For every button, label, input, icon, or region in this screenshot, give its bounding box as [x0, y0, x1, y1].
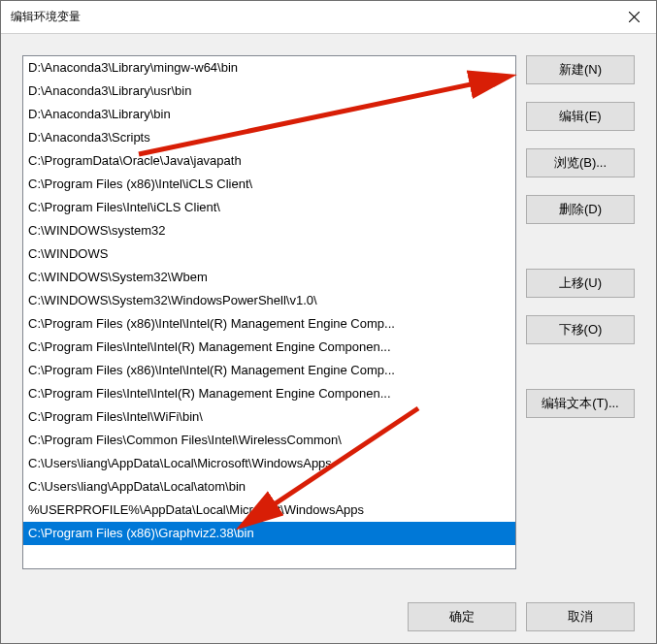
- footer: 确定 取消: [1, 591, 656, 643]
- move-up-button[interactable]: 上移(U): [526, 269, 635, 298]
- path-list-item[interactable]: C:\ProgramData\Oracle\Java\javapath: [23, 149, 515, 173]
- new-button[interactable]: 新建(N): [526, 55, 635, 84]
- path-list-item[interactable]: C:\Program Files (x86)\Intel\Intel(R) Ma…: [23, 312, 515, 336]
- dialog-window: 编辑环境变量 D:\Anaconda3\Library\mingw-w64\bi…: [0, 0, 657, 644]
- edit-text-button[interactable]: 编辑文本(T)...: [526, 389, 635, 418]
- path-listbox[interactable]: D:\Anaconda3\Library\mingw-w64\binD:\Ana…: [22, 55, 516, 569]
- path-list-item[interactable]: D:\Anaconda3\Library\mingw-w64\bin: [23, 56, 515, 80]
- cancel-button[interactable]: 取消: [526, 602, 635, 631]
- side-button-panel: 新建(N) 编辑(E) 浏览(B)... 删除(D) 上移(U) 下移(O) 编…: [526, 55, 635, 569]
- path-list-item[interactable]: %USERPROFILE%\AppData\Local\Microsoft\Wi…: [23, 499, 515, 522]
- path-list-item[interactable]: C:\WINDOWS\System32\Wbem: [23, 266, 515, 289]
- path-list-item[interactable]: C:\Program Files (x86)\Intel\iCLS Client…: [23, 173, 515, 196]
- path-list-item[interactable]: C:\WINDOWS\System32\WindowsPowerShell\v1…: [23, 289, 515, 312]
- path-list-item[interactable]: C:\Program Files (x86)\Graphviz2.38\bin: [23, 522, 515, 545]
- path-list-item[interactable]: C:\WINDOWS: [23, 242, 515, 266]
- window-title: 编辑环境变量: [11, 9, 81, 25]
- path-list-item[interactable]: D:\Anaconda3\Library\usr\bin: [23, 80, 515, 103]
- titlebar: 编辑环境变量: [1, 1, 656, 34]
- path-list-item[interactable]: D:\Anaconda3\Library\bin: [23, 103, 515, 126]
- path-list-item[interactable]: C:\WINDOWS\system32: [23, 219, 515, 242]
- path-list-item[interactable]: C:\Users\liang\AppData\Local\atom\bin: [23, 475, 515, 499]
- path-list-item[interactable]: D:\Anaconda3\Scripts: [23, 126, 515, 149]
- path-list-item[interactable]: C:\Program Files\Intel\Intel(R) Manageme…: [23, 336, 515, 359]
- path-list-item[interactable]: C:\Program Files\Intel\iCLS Client\: [23, 196, 515, 219]
- path-list-item[interactable]: C:\Program Files\Common Files\Intel\Wire…: [23, 429, 515, 452]
- delete-button[interactable]: 删除(D): [526, 195, 635, 224]
- ok-button[interactable]: 确定: [408, 602, 516, 631]
- path-list-item[interactable]: C:\Program Files\Intel\Intel(R) Manageme…: [23, 382, 515, 405]
- edit-button[interactable]: 编辑(E): [526, 102, 635, 131]
- path-list-item[interactable]: C:\Users\liang\AppData\Local\Microsoft\W…: [23, 452, 515, 475]
- content-area: D:\Anaconda3\Library\mingw-w64\binD:\Ana…: [1, 34, 656, 591]
- path-list-item[interactable]: C:\Program Files (x86)\Intel\Intel(R) Ma…: [23, 359, 515, 382]
- move-down-button[interactable]: 下移(O): [526, 315, 635, 344]
- path-list-item[interactable]: C:\Program Files\Intel\WiFi\bin\: [23, 405, 515, 429]
- close-icon: [629, 12, 640, 22]
- browse-button[interactable]: 浏览(B)...: [526, 148, 635, 177]
- close-button[interactable]: [611, 1, 656, 33]
